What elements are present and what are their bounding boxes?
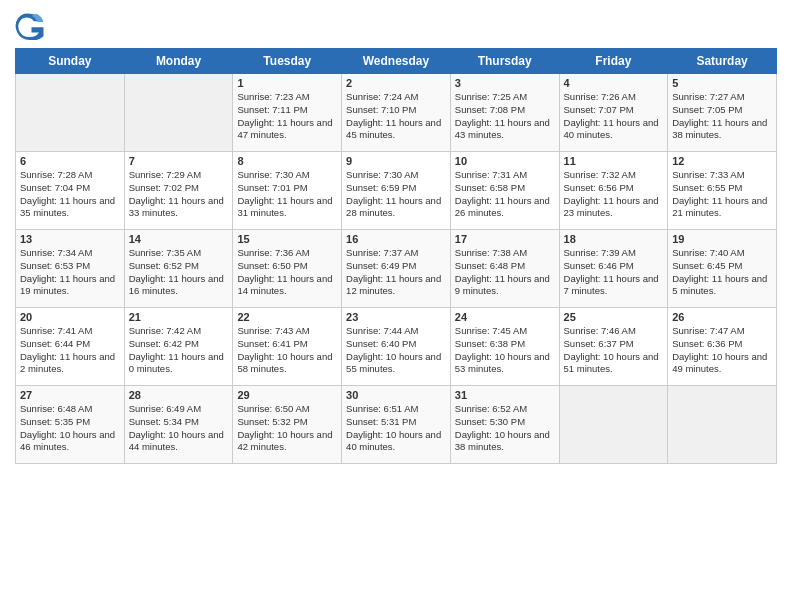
calendar-cell: 1Sunrise: 7:23 AM Sunset: 7:11 PM Daylig… <box>233 74 342 152</box>
day-info: Sunrise: 7:32 AM Sunset: 6:56 PM Dayligh… <box>564 169 664 220</box>
page-container: SundayMondayTuesdayWednesdayThursdayFrid… <box>0 0 792 474</box>
day-info: Sunrise: 7:28 AM Sunset: 7:04 PM Dayligh… <box>20 169 120 220</box>
calendar-week-row: 1Sunrise: 7:23 AM Sunset: 7:11 PM Daylig… <box>16 74 777 152</box>
calendar-cell: 14Sunrise: 7:35 AM Sunset: 6:52 PM Dayli… <box>124 230 233 308</box>
calendar-cell: 20Sunrise: 7:41 AM Sunset: 6:44 PM Dayli… <box>16 308 125 386</box>
calendar-week-row: 13Sunrise: 7:34 AM Sunset: 6:53 PM Dayli… <box>16 230 777 308</box>
header <box>15 10 777 40</box>
day-number: 29 <box>237 389 337 401</box>
calendar-cell: 25Sunrise: 7:46 AM Sunset: 6:37 PM Dayli… <box>559 308 668 386</box>
day-number: 20 <box>20 311 120 323</box>
day-number: 13 <box>20 233 120 245</box>
day-info: Sunrise: 7:44 AM Sunset: 6:40 PM Dayligh… <box>346 325 446 376</box>
calendar-cell: 19Sunrise: 7:40 AM Sunset: 6:45 PM Dayli… <box>668 230 777 308</box>
day-number: 3 <box>455 77 555 89</box>
calendar-cell: 8Sunrise: 7:30 AM Sunset: 7:01 PM Daylig… <box>233 152 342 230</box>
calendar-day-header: Thursday <box>450 49 559 74</box>
calendar-cell <box>559 386 668 464</box>
day-number: 23 <box>346 311 446 323</box>
calendar-cell: 29Sunrise: 6:50 AM Sunset: 5:32 PM Dayli… <box>233 386 342 464</box>
day-info: Sunrise: 7:30 AM Sunset: 6:59 PM Dayligh… <box>346 169 446 220</box>
calendar-week-row: 6Sunrise: 7:28 AM Sunset: 7:04 PM Daylig… <box>16 152 777 230</box>
day-info: Sunrise: 7:30 AM Sunset: 7:01 PM Dayligh… <box>237 169 337 220</box>
day-info: Sunrise: 7:47 AM Sunset: 6:36 PM Dayligh… <box>672 325 772 376</box>
calendar-cell: 28Sunrise: 6:49 AM Sunset: 5:34 PM Dayli… <box>124 386 233 464</box>
calendar-cell: 10Sunrise: 7:31 AM Sunset: 6:58 PM Dayli… <box>450 152 559 230</box>
day-number: 7 <box>129 155 229 167</box>
day-info: Sunrise: 7:37 AM Sunset: 6:49 PM Dayligh… <box>346 247 446 298</box>
day-info: Sunrise: 6:49 AM Sunset: 5:34 PM Dayligh… <box>129 403 229 454</box>
calendar-cell: 21Sunrise: 7:42 AM Sunset: 6:42 PM Dayli… <box>124 308 233 386</box>
calendar-cell: 31Sunrise: 6:52 AM Sunset: 5:30 PM Dayli… <box>450 386 559 464</box>
day-number: 5 <box>672 77 772 89</box>
calendar-header-row: SundayMondayTuesdayWednesdayThursdayFrid… <box>16 49 777 74</box>
calendar-day-header: Saturday <box>668 49 777 74</box>
day-number: 27 <box>20 389 120 401</box>
calendar-cell: 23Sunrise: 7:44 AM Sunset: 6:40 PM Dayli… <box>342 308 451 386</box>
day-number: 21 <box>129 311 229 323</box>
calendar-cell: 26Sunrise: 7:47 AM Sunset: 6:36 PM Dayli… <box>668 308 777 386</box>
day-info: Sunrise: 6:52 AM Sunset: 5:30 PM Dayligh… <box>455 403 555 454</box>
calendar-cell: 9Sunrise: 7:30 AM Sunset: 6:59 PM Daylig… <box>342 152 451 230</box>
day-number: 10 <box>455 155 555 167</box>
calendar-week-row: 27Sunrise: 6:48 AM Sunset: 5:35 PM Dayli… <box>16 386 777 464</box>
day-info: Sunrise: 7:40 AM Sunset: 6:45 PM Dayligh… <box>672 247 772 298</box>
day-info: Sunrise: 7:26 AM Sunset: 7:07 PM Dayligh… <box>564 91 664 142</box>
day-number: 28 <box>129 389 229 401</box>
day-info: Sunrise: 7:36 AM Sunset: 6:50 PM Dayligh… <box>237 247 337 298</box>
day-info: Sunrise: 7:29 AM Sunset: 7:02 PM Dayligh… <box>129 169 229 220</box>
day-info: Sunrise: 7:42 AM Sunset: 6:42 PM Dayligh… <box>129 325 229 376</box>
calendar-cell: 12Sunrise: 7:33 AM Sunset: 6:55 PM Dayli… <box>668 152 777 230</box>
calendar-cell: 3Sunrise: 7:25 AM Sunset: 7:08 PM Daylig… <box>450 74 559 152</box>
day-info: Sunrise: 7:41 AM Sunset: 6:44 PM Dayligh… <box>20 325 120 376</box>
day-info: Sunrise: 7:35 AM Sunset: 6:52 PM Dayligh… <box>129 247 229 298</box>
day-number: 1 <box>237 77 337 89</box>
day-info: Sunrise: 7:34 AM Sunset: 6:53 PM Dayligh… <box>20 247 120 298</box>
calendar-day-header: Wednesday <box>342 49 451 74</box>
day-number: 15 <box>237 233 337 245</box>
calendar-cell: 13Sunrise: 7:34 AM Sunset: 6:53 PM Dayli… <box>16 230 125 308</box>
calendar-cell: 27Sunrise: 6:48 AM Sunset: 5:35 PM Dayli… <box>16 386 125 464</box>
day-info: Sunrise: 7:27 AM Sunset: 7:05 PM Dayligh… <box>672 91 772 142</box>
day-number: 22 <box>237 311 337 323</box>
day-info: Sunrise: 6:50 AM Sunset: 5:32 PM Dayligh… <box>237 403 337 454</box>
calendar-cell: 7Sunrise: 7:29 AM Sunset: 7:02 PM Daylig… <box>124 152 233 230</box>
day-number: 4 <box>564 77 664 89</box>
logo-icon <box>15 10 45 40</box>
day-info: Sunrise: 7:45 AM Sunset: 6:38 PM Dayligh… <box>455 325 555 376</box>
day-number: 18 <box>564 233 664 245</box>
day-number: 25 <box>564 311 664 323</box>
day-info: Sunrise: 6:48 AM Sunset: 5:35 PM Dayligh… <box>20 403 120 454</box>
calendar-cell: 22Sunrise: 7:43 AM Sunset: 6:41 PM Dayli… <box>233 308 342 386</box>
day-info: Sunrise: 7:31 AM Sunset: 6:58 PM Dayligh… <box>455 169 555 220</box>
calendar-cell: 16Sunrise: 7:37 AM Sunset: 6:49 PM Dayli… <box>342 230 451 308</box>
calendar-cell: 5Sunrise: 7:27 AM Sunset: 7:05 PM Daylig… <box>668 74 777 152</box>
day-number: 16 <box>346 233 446 245</box>
day-info: Sunrise: 7:24 AM Sunset: 7:10 PM Dayligh… <box>346 91 446 142</box>
calendar-cell <box>16 74 125 152</box>
day-info: Sunrise: 7:25 AM Sunset: 7:08 PM Dayligh… <box>455 91 555 142</box>
day-number: 14 <box>129 233 229 245</box>
day-number: 17 <box>455 233 555 245</box>
calendar-table: SundayMondayTuesdayWednesdayThursdayFrid… <box>15 48 777 464</box>
calendar-cell: 30Sunrise: 6:51 AM Sunset: 5:31 PM Dayli… <box>342 386 451 464</box>
calendar-cell: 24Sunrise: 7:45 AM Sunset: 6:38 PM Dayli… <box>450 308 559 386</box>
calendar-cell: 17Sunrise: 7:38 AM Sunset: 6:48 PM Dayli… <box>450 230 559 308</box>
calendar-cell: 2Sunrise: 7:24 AM Sunset: 7:10 PM Daylig… <box>342 74 451 152</box>
calendar-week-row: 20Sunrise: 7:41 AM Sunset: 6:44 PM Dayli… <box>16 308 777 386</box>
day-number: 6 <box>20 155 120 167</box>
day-info: Sunrise: 7:39 AM Sunset: 6:46 PM Dayligh… <box>564 247 664 298</box>
day-info: Sunrise: 7:38 AM Sunset: 6:48 PM Dayligh… <box>455 247 555 298</box>
day-number: 26 <box>672 311 772 323</box>
day-info: Sunrise: 7:46 AM Sunset: 6:37 PM Dayligh… <box>564 325 664 376</box>
calendar-day-header: Tuesday <box>233 49 342 74</box>
calendar-cell: 11Sunrise: 7:32 AM Sunset: 6:56 PM Dayli… <box>559 152 668 230</box>
day-number: 11 <box>564 155 664 167</box>
calendar-day-header: Monday <box>124 49 233 74</box>
calendar-day-header: Friday <box>559 49 668 74</box>
day-info: Sunrise: 7:33 AM Sunset: 6:55 PM Dayligh… <box>672 169 772 220</box>
day-number: 30 <box>346 389 446 401</box>
calendar-cell <box>668 386 777 464</box>
day-info: Sunrise: 7:43 AM Sunset: 6:41 PM Dayligh… <box>237 325 337 376</box>
calendar-cell: 18Sunrise: 7:39 AM Sunset: 6:46 PM Dayli… <box>559 230 668 308</box>
